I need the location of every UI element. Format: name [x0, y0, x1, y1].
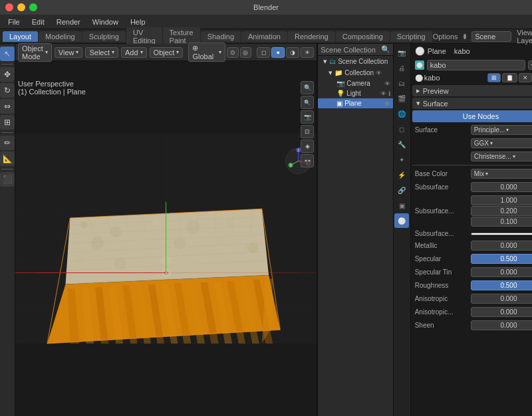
snap-button[interactable]: ⊙: [227, 47, 239, 58]
menu-edit[interactable]: Edit: [27, 17, 50, 27]
minimize-button[interactable]: [17, 3, 25, 11]
viewport-scene: X Y Z: [15, 61, 317, 416]
material-name-input[interactable]: [427, 60, 525, 70]
prop-tab-render[interactable]: 📷: [394, 45, 409, 60]
subsurface-r-value[interactable]: 1.000: [471, 195, 532, 205]
tool-rotate[interactable]: ↻: [0, 83, 15, 98]
view-menu[interactable]: View: [55, 47, 83, 58]
menu-file[interactable]: File: [3, 17, 25, 27]
global-dropdown[interactable]: ⊕ Global: [188, 43, 225, 62]
tool-measure[interactable]: 📐: [0, 152, 15, 166]
collection-icon: 📁: [334, 69, 342, 76]
tab-modeling[interactable]: Modeling: [39, 31, 82, 42]
close-button[interactable]: [5, 3, 13, 11]
unlink-button[interactable]: ✕: [519, 73, 532, 82]
solid-shading-button[interactable]: ●: [271, 47, 285, 58]
prop-tab-modifier[interactable]: 🔧: [394, 137, 409, 152]
select-menu[interactable]: Select: [85, 47, 118, 58]
outliner-item-light[interactable]: 💡 Light 👁 ℹ: [318, 88, 392, 98]
object-mode-dropdown[interactable]: Object Mode: [18, 43, 52, 62]
menu-help[interactable]: Help: [125, 17, 151, 27]
rendered-button[interactable]: ☀: [301, 47, 314, 58]
zoom-in-button[interactable]: 🔍: [301, 81, 314, 94]
outliner-search-icon[interactable]: 🔍: [381, 45, 390, 54]
outliner-item-camera[interactable]: 📷 Camera 👁: [318, 78, 392, 88]
plane-visibility[interactable]: 👁: [384, 100, 390, 107]
toggle-ortho-button[interactable]: ⊡: [301, 125, 314, 138]
menu-window[interactable]: Window: [87, 17, 124, 27]
new-material-button[interactable]: +: [528, 60, 532, 70]
titlebar: Blender: [0, 0, 532, 15]
svg-point-77: [166, 274, 167, 275]
prop-tab-constraints[interactable]: 🔗: [394, 183, 409, 197]
scene-input[interactable]: [471, 31, 511, 42]
proportional-button[interactable]: ◎: [240, 47, 252, 58]
outliner-item-plane[interactable]: ▣ Plane 👁: [318, 98, 392, 108]
use-nodes-button[interactable]: Use Nodes: [412, 110, 532, 122]
tab-shading[interactable]: Shading: [201, 31, 241, 42]
subsurface-g-value[interactable]: 0.200: [471, 206, 532, 216]
prop-tab-particles[interactable]: ✦: [394, 152, 409, 167]
vr-button[interactable]: 👓: [301, 154, 314, 167]
outliner-item-scene-collection[interactable]: ▾ 🗂 Scene Collection: [318, 56, 392, 67]
tool-scale[interactable]: ⇔: [0, 99, 15, 114]
browse-button[interactable]: 📋: [502, 73, 517, 82]
prop-tab-world[interactable]: 🌐: [394, 106, 409, 121]
prop-tab-view-layer[interactable]: 🗂: [394, 76, 409, 90]
distribution-dropdown[interactable]: GGX: [471, 138, 532, 148]
camera-visibility[interactable]: 👁: [384, 80, 390, 87]
menu-render[interactable]: Render: [51, 17, 86, 27]
subsurface-b-value[interactable]: 0.100: [471, 217, 532, 227]
prop-tab-object[interactable]: ◻: [394, 122, 409, 136]
anisotropic-value[interactable]: 0.000: [471, 294, 532, 304]
tool-move[interactable]: ✥: [0, 67, 15, 82]
add-menu[interactable]: Add: [121, 47, 147, 58]
maximize-button[interactable]: [29, 3, 37, 11]
prop-tab-output[interactable]: 🖨: [394, 60, 409, 75]
prop-tab-physics[interactable]: ⚡: [394, 167, 409, 182]
base-color-dropdown[interactable]: Mix: [471, 169, 532, 179]
tab-sculpting[interactable]: Sculpting: [82, 31, 126, 42]
viewport-body[interactable]: X Y Z User Perspective (1) Collection | …: [15, 61, 317, 416]
anisotropic-rotation-value[interactable]: 0.000: [471, 307, 532, 317]
tab-rendering[interactable]: Rendering: [288, 31, 335, 42]
metallic-value[interactable]: 0.000: [471, 241, 532, 251]
light-icon: 💡: [336, 90, 344, 97]
subsurface-value[interactable]: 0.000: [471, 182, 532, 192]
tab-compositing[interactable]: Compositing: [336, 31, 390, 42]
light-visibility[interactable]: 👁: [380, 90, 386, 97]
roughness-value[interactable]: 0.500: [471, 280, 532, 290]
surface-label: Surface: [423, 100, 448, 108]
sheen-value[interactable]: 0.000: [471, 320, 532, 330]
subsurface-color-swatch[interactable]: [471, 233, 532, 235]
zoom-out-button[interactable]: 🔍: [301, 96, 314, 109]
tool-add-cube[interactable]: ⬛: [0, 172, 15, 187]
local-view-button[interactable]: ◈: [301, 140, 314, 153]
tab-animation[interactable]: Animation: [241, 31, 287, 42]
svg-point-40: [134, 243, 144, 253]
tab-scripting[interactable]: Scripting: [390, 31, 432, 42]
svg-point-41: [174, 237, 186, 249]
wireframe-button[interactable]: ◻: [257, 47, 270, 58]
outliner-item-collection[interactable]: ▾ 📁 Collection 👁: [318, 67, 392, 78]
surface-type-dropdown[interactable]: Principle...: [471, 125, 532, 135]
collection-visibility[interactable]: 👁: [376, 70, 382, 76]
tab-layout[interactable]: Layout: [3, 31, 38, 42]
camera-view-button[interactable]: 📷: [301, 110, 314, 124]
subsurface-method-dropdown[interactable]: Christense...: [471, 152, 532, 161]
surface-section[interactable]: ▾ Surface: [412, 98, 532, 109]
specular-value[interactable]: 0.500: [471, 254, 532, 264]
specular-tint-value[interactable]: 0.000: [471, 267, 532, 277]
tool-annotate[interactable]: ✏: [0, 136, 15, 150]
prop-tab-data[interactable]: ▣: [394, 198, 409, 213]
object-menu[interactable]: Object: [150, 47, 184, 58]
prop-tab-scene[interactable]: 🎬: [394, 91, 409, 106]
tool-transform[interactable]: ⊞: [0, 115, 15, 130]
lookdev-button[interactable]: ◑: [286, 47, 299, 58]
preview-section[interactable]: ▸ Preview: [412, 85, 532, 96]
properties-tabs: 📷 🖨 🗂 🎬 🌐 ◻ 🔧 ✦ ⚡ 🔗 ▣ ⚪: [394, 44, 411, 416]
tool-select[interactable]: ↖: [0, 47, 15, 61]
nodes-toggle[interactable]: ⊞: [487, 73, 501, 82]
prop-tab-material[interactable]: ⚪: [394, 213, 409, 228]
tab-uv-editing[interactable]: UV Editing: [126, 27, 162, 46]
